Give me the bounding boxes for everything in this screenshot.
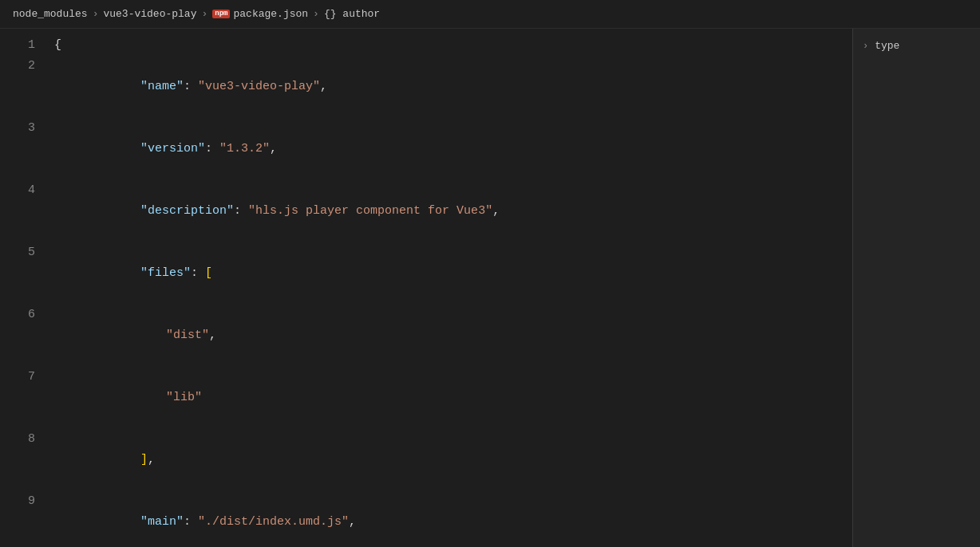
right-panel-type-item[interactable]: › type — [853, 35, 980, 57]
line-content-1: { — [48, 35, 852, 56]
code-line-6: 6 "dist", — [0, 305, 852, 367]
code-line-2: 2 "name": "vue3-video-play", — [0, 56, 852, 118]
editor-area: 1 { 2 "name": "vue3-video-play", 3 "vers… — [0, 29, 980, 547]
line-content-4: "description": "hls.js player component … — [48, 180, 852, 242]
editor-window: node_modules › vue3-video-play › npm pac… — [0, 0, 980, 547]
line-content-5: "files": [ — [48, 242, 852, 305]
code-line-1: 1 { — [0, 35, 852, 56]
line-number-6: 6 — [0, 305, 48, 325]
right-panel-type-label: type — [875, 40, 899, 52]
breadcrumb-package-json[interactable]: npm package.json — [212, 8, 308, 20]
code-line-9: 9 "main": "./dist/index.umd.js", — [0, 491, 852, 547]
breadcrumb-sep-2: › — [201, 8, 207, 20]
line-content-2: "name": "vue3-video-play", — [48, 56, 852, 118]
code-lines: 1 { 2 "name": "vue3-video-play", 3 "vers… — [0, 29, 852, 547]
code-line-4: 4 "description": "hls.js player componen… — [0, 180, 852, 242]
right-panel: › type — [852, 29, 980, 547]
line-number-4: 4 — [0, 180, 48, 201]
breadcrumb-author[interactable]: {} author — [324, 8, 380, 20]
code-line-5: 5 "files": [ — [0, 242, 852, 305]
breadcrumb-bar: node_modules › vue3-video-play › npm pac… — [0, 0, 980, 29]
breadcrumb-sep-3: › — [313, 8, 319, 20]
line-content-7: "lib" — [48, 367, 852, 429]
code-container[interactable]: 1 { 2 "name": "vue3-video-play", 3 "vers… — [0, 29, 852, 547]
chevron-right-icon: › — [863, 41, 868, 52]
json-badge-icon: npm — [212, 10, 230, 18]
breadcrumb-node-modules[interactable]: node_modules — [13, 8, 88, 20]
line-number-1: 1 — [0, 35, 48, 56]
code-line-3: 3 "version": "1.3.2", — [0, 118, 852, 180]
line-number-3: 3 — [0, 118, 48, 139]
line-number-7: 7 — [0, 367, 48, 388]
line-number-2: 2 — [0, 56, 48, 77]
breadcrumb-sep-1: › — [93, 8, 99, 20]
code-line-8: 8 ], — [0, 429, 852, 491]
line-content-9: "main": "./dist/index.umd.js", — [48, 491, 852, 547]
line-number-8: 8 — [0, 429, 48, 450]
breadcrumb-vue3-video-play[interactable]: vue3-video-play — [103, 8, 196, 20]
line-number-9: 9 — [0, 491, 48, 512]
line-number-5: 5 — [0, 242, 48, 263]
line-content-6: "dist", — [48, 305, 852, 367]
line-content-3: "version": "1.3.2", — [48, 118, 852, 180]
code-line-7: 7 "lib" — [0, 367, 852, 429]
line-content-8: ], — [48, 429, 852, 491]
